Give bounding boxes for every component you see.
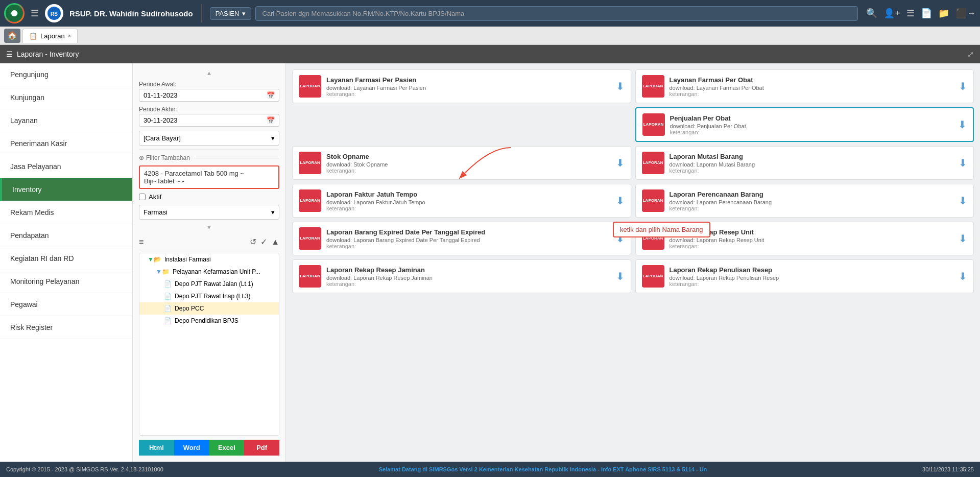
sidebar-item-kunjungan[interactable]: Kunjungan xyxy=(0,86,132,109)
report-card-layanan-farmasi-per-obat[interactable]: LAPORAN Layanan Farmasi Per Obat downloa… xyxy=(635,69,974,103)
report-icon: LAPORAN xyxy=(299,227,321,250)
excel-button[interactable]: Excel xyxy=(209,440,245,456)
tree-pelayanan-kefarmasian[interactable]: ▼📁 Pelayanan Kefarmasian Unit P... xyxy=(139,266,279,278)
document-icon[interactable]: 📄 xyxy=(921,8,932,19)
report-info: Layanan Farmasi Per Pasien download: Lay… xyxy=(326,76,611,97)
sidebar-item-pegawai[interactable]: Pegawai xyxy=(0,293,132,316)
report-info: Laporan Mutasi Barang download: Laporan … xyxy=(670,153,954,174)
list-icon[interactable]: ☰ xyxy=(906,8,915,19)
periode-awal-field[interactable]: 01-11-2023 📅 xyxy=(139,89,279,102)
laporan-tab[interactable]: 📋 Laporan × xyxy=(22,29,78,43)
list-view-icon[interactable]: ≡ xyxy=(139,237,144,247)
report-title: Laporan Faktur Jatuh Tempo xyxy=(326,190,611,198)
refresh-icon[interactable]: ↺ xyxy=(250,237,256,247)
report-icon: LAPORAN xyxy=(299,152,321,174)
report-title: Penjualan Per Obat xyxy=(670,114,953,122)
farmasi-dropdown[interactable]: Farmasi ▾ xyxy=(139,205,279,220)
check-icon[interactable]: ✓ xyxy=(260,237,267,247)
scroll-down-icon[interactable]: ▼ xyxy=(139,224,279,231)
logout-icon[interactable]: ⬛→ xyxy=(955,8,976,19)
pdf-button[interactable]: Pdf xyxy=(244,440,279,456)
sidebar-item-risk-register[interactable]: Risk Register xyxy=(0,316,132,339)
report-card-perencanaan-barang[interactable]: LAPORAN Laporan Perencanaan Barang downl… xyxy=(635,184,974,218)
report-icon: LAPORAN xyxy=(642,189,664,212)
search-icon[interactable]: 🔍 xyxy=(866,8,877,19)
download-icon[interactable]: ⬇ xyxy=(959,195,967,207)
report-card-penjualan-per-obat[interactable]: LAPORAN Penjualan Per Obat download: Pen… xyxy=(635,107,974,142)
hamburger-icon[interactable]: ☰ xyxy=(29,6,41,21)
calendar-icon: 📅 xyxy=(267,91,275,99)
right-panel: ketik dan pilih Nama Barang LAPORAN Laya… xyxy=(286,63,980,462)
sidebar-item-pengunjung[interactable]: Pengunjung xyxy=(0,63,132,86)
report-icon: LAPORAN xyxy=(642,152,664,174)
filter-tambahan-toggle[interactable]: ⊕ Filter Tambahan xyxy=(139,150,279,161)
download-icon[interactable]: ⬇ xyxy=(616,195,625,207)
sidebar-item-pendapatan[interactable]: Pendapatan xyxy=(0,224,132,247)
report-download: download: Layanan Farmasi Per Pasien xyxy=(326,85,611,91)
sidebar-item-rekam-medis[interactable]: Rekam Medis xyxy=(0,201,132,224)
sidebar-item-penerimaan-kasir[interactable]: Penerimaan Kasir xyxy=(0,132,132,155)
periode-akhir-field[interactable]: 30-11-2023 📅 xyxy=(139,114,279,127)
file-icon: 📄 xyxy=(164,293,172,300)
patient-search-input[interactable] xyxy=(255,6,858,21)
topbar: ☰ RS RSUP. DR. Wahidin Sudirohusodo PASI… xyxy=(0,0,980,27)
tree-label: Pelayanan Kefarmasian Unit P... xyxy=(173,268,260,275)
report-download: download: Penjualan Per Obat xyxy=(670,123,953,129)
aktif-checkbox-row[interactable]: Aktif xyxy=(139,193,279,201)
report-card-rekap-penulisan-resep[interactable]: LAPORAN Laporan Rekap Penulisan Resep do… xyxy=(635,259,974,293)
report-card-barang-expired[interactable]: LAPORAN Laporan Barang Expired Date Per … xyxy=(292,222,631,255)
download-icon[interactable]: ⬇ xyxy=(959,232,967,245)
report-card-layanan-farmasi-per-pasien[interactable]: LAPORAN Layanan Farmasi Per Pasien downl… xyxy=(292,69,631,103)
download-icon[interactable]: ⬇ xyxy=(958,118,967,131)
footer: Copyright © 2015 - 2023 @ SIMGOS RS Ver.… xyxy=(0,462,980,477)
tree-depo-pendidikan[interactable]: 📄 Depo Pendidikan BPJS xyxy=(139,315,279,327)
report-icon: LAPORAN xyxy=(642,265,664,288)
report-card-rekap-resep-jaminan[interactable]: LAPORAN Laporan Rekap Resep Jaminan down… xyxy=(292,259,631,293)
periode-awal-value: 01-11-2023 xyxy=(144,91,178,99)
sidebar-item-monitoring-pelayanan[interactable]: Monitoring Pelayanan xyxy=(0,270,132,293)
download-icon[interactable]: ⬇ xyxy=(959,80,967,92)
upload-icon[interactable]: ▲ xyxy=(271,237,279,247)
word-button[interactable]: Word xyxy=(174,440,209,456)
download-icon[interactable]: ⬇ xyxy=(616,270,625,282)
sidebar-item-kegiatan-ri-rd[interactable]: Kegiatan RI dan RD xyxy=(0,247,132,270)
tab-close-icon[interactable]: × xyxy=(68,33,71,39)
section-header: ☰ Laporan - Inventory ⤢ xyxy=(0,45,980,63)
periode-akhir-value: 30-11-2023 xyxy=(144,116,178,124)
download-icon[interactable]: ⬇ xyxy=(616,80,625,92)
sidebar-item-inventory[interactable]: Inventory xyxy=(0,178,132,201)
download-icon[interactable]: ⬇ xyxy=(616,157,625,169)
report-card-faktur-jatuh-tempo[interactable]: LAPORAN Laporan Faktur Jatuh Tempo downl… xyxy=(292,184,631,218)
aktif-checkbox[interactable] xyxy=(139,194,146,200)
download-icon[interactable]: ⬇ xyxy=(959,157,967,169)
filter-tambahan-label: Filter Tambahan xyxy=(146,154,190,161)
periode-awal-label: Periode Awal: xyxy=(139,81,279,88)
home-tab[interactable]: 🏠 xyxy=(4,29,20,43)
html-button[interactable]: Html xyxy=(139,440,174,456)
drug-name-field[interactable]: 4208 - Paracetamol Tab 500 mg ~ Biji~Tab… xyxy=(139,165,279,189)
tree-instalasi-farmasi[interactable]: ▼📂 Instalasi Farmasi xyxy=(139,253,279,266)
report-keterangan: keterangan: xyxy=(670,243,954,249)
section-hamburger-icon[interactable]: ☰ xyxy=(6,50,13,58)
expand-icon[interactable]: ⤢ xyxy=(967,50,974,59)
tree-label: Depo Pendidikan BPJS xyxy=(175,317,238,324)
left-panel: ▲ Periode Awal: 01-11-2023 📅 Periode Akh… xyxy=(133,63,286,462)
sidebar-item-layanan[interactable]: Layanan xyxy=(0,109,132,132)
tree-depo-pcc[interactable]: 📄 Depo PCC xyxy=(139,302,279,315)
folder-icon[interactable]: 📁 xyxy=(938,8,949,19)
scroll-up-icon[interactable]: ▲ xyxy=(139,69,279,77)
cara-bayar-dropdown[interactable]: [Cara Bayar] ▾ xyxy=(139,131,279,146)
section-header-left: ☰ Laporan - Inventory xyxy=(6,50,79,58)
download-icon[interactable]: ⬇ xyxy=(959,270,967,282)
report-icon: LAPORAN xyxy=(299,189,321,212)
pasien-selector[interactable]: PASIEN ▾ xyxy=(210,7,252,20)
tree-depo-pjt-inap[interactable]: 📄 Depo PJT Rawat Inap (Lt.3) xyxy=(139,290,279,302)
report-download: download: Laporan Rekap Penulisan Resep xyxy=(670,275,954,281)
add-user-icon[interactable]: 👤+ xyxy=(883,8,900,19)
report-card-laporan-mutasi-barang[interactable]: LAPORAN Laporan Mutasi Barang download: … xyxy=(635,146,974,180)
sidebar-item-jasa-pelayanan[interactable]: Jasa Pelayanan xyxy=(0,155,132,178)
pasien-label: PASIEN xyxy=(216,10,240,17)
tree-depo-pjt-jalan[interactable]: 📄 Depo PJT Rawat Jalan (Lt.1) xyxy=(139,278,279,290)
report-download: download: Laporan Perencanaan Barang xyxy=(670,199,954,205)
hospital-logo: RS xyxy=(45,4,63,22)
